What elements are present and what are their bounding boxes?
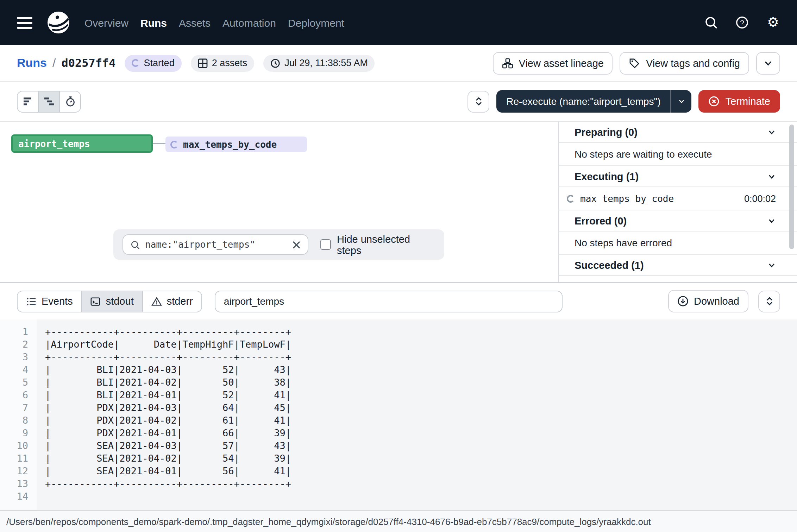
header-more-button[interactable] xyxy=(756,52,780,74)
header-actions: View asset lineage View tags and config xyxy=(493,52,780,74)
gantt-step-airport-temps[interactable]: airport_temps xyxy=(11,134,153,153)
top-nav: Overview Runs Assets Automation Deployme… xyxy=(0,0,797,45)
terminate-button[interactable]: Terminate xyxy=(699,90,780,113)
log-line: 2|AirportCode| Date|TempHighF|TempLowF| xyxy=(0,338,797,350)
section-executing-header[interactable]: Executing (1) xyxy=(559,166,797,187)
step-filter-bar: name:"airport_temps" Hide unselected ste… xyxy=(113,229,444,260)
nav-item-assets[interactable]: Assets xyxy=(179,17,211,28)
log-line: 8| PDX|2021-04-02| 61| 41| xyxy=(0,414,797,426)
nav-item-deployment[interactable]: Deployment xyxy=(288,17,344,28)
log-line: 7| PDX|2021-04-03| 64| 45| xyxy=(0,401,797,414)
gantt-timer-view-button[interactable] xyxy=(59,90,81,112)
download-button[interactable]: Download xyxy=(668,290,748,312)
dagster-run-page: Overview Runs Assets Automation Deployme… xyxy=(0,0,797,532)
expand-logs-button[interactable] xyxy=(758,290,780,312)
expand-panel-button[interactable] xyxy=(467,90,489,112)
grid-icon xyxy=(198,58,208,68)
gantt-waterfall-view-button[interactable] xyxy=(38,90,60,112)
log-actions: Download xyxy=(668,290,780,312)
breadcrumb-runs-link[interactable]: Runs xyxy=(17,56,47,70)
sidebar-scrollbar[interactable] xyxy=(789,125,794,249)
terminal-icon xyxy=(90,296,101,306)
log-line: 12| SEA|2021-04-01| 56| 41| xyxy=(0,464,797,477)
chevron-down-icon xyxy=(767,172,776,180)
up-down-chevrons-icon xyxy=(473,96,483,106)
up-down-chevrons-icon xyxy=(764,296,774,306)
log-line: 11| SEA|2021-04-02| 54| 39| xyxy=(0,452,797,464)
nav-item-automation[interactable]: Automation xyxy=(222,17,276,28)
section-succeeded-header[interactable]: Succeeded (1) xyxy=(559,255,797,276)
assets-badge[interactable]: 2 assets xyxy=(191,55,255,71)
search-icon xyxy=(130,240,140,249)
toolbar-actions: Re-execute (name:"airport_temps") Termin… xyxy=(467,90,780,113)
log-line: 5| BLI|2021-04-02| 50| 38| xyxy=(0,376,797,388)
chevron-down-icon xyxy=(763,58,773,68)
log-filter-input[interactable]: airport_temps xyxy=(215,290,563,312)
clock-icon xyxy=(270,58,280,68)
executing-spinner-icon xyxy=(567,195,575,202)
stopwatch-icon xyxy=(64,96,76,107)
run-id: d0257ff4 xyxy=(61,56,115,70)
reexecute-dropdown-button[interactable] xyxy=(671,90,692,113)
flat-bars-icon xyxy=(22,96,33,107)
svg-text:?: ? xyxy=(740,19,744,27)
gear-icon[interactable]: ⚙ xyxy=(766,15,780,30)
warning-triangle-icon xyxy=(151,296,162,306)
download-icon xyxy=(677,296,688,307)
chevron-down-icon xyxy=(767,128,776,136)
dagster-logo-icon[interactable] xyxy=(45,9,72,36)
log-line: 9| PDX|2021-04-01| 66| 39| xyxy=(0,426,797,439)
hide-unselected-checkbox[interactable] xyxy=(320,239,331,250)
tab-stdout[interactable]: stdout xyxy=(81,290,143,312)
log-line: 13+-----------+----------+---------+----… xyxy=(0,477,797,490)
chevron-down-icon xyxy=(767,261,776,269)
lineage-icon xyxy=(502,57,513,69)
log-file-path-bar: /Users/ben/repos/components_demo/spark-d… xyxy=(0,510,797,532)
section-errored-header[interactable]: Errored (0) xyxy=(559,210,797,232)
running-spinner-icon xyxy=(170,140,178,148)
executing-step-row[interactable]: max_temps_by_code 0:00:02 xyxy=(559,187,797,210)
tab-events[interactable]: Events xyxy=(17,290,82,312)
nav-item-runs[interactable]: Runs xyxy=(140,17,167,28)
log-panel: Events stdout stderr airport_temps Downl… xyxy=(0,282,797,510)
log-line: 1+-----------+----------+---------+-----… xyxy=(0,325,797,338)
step-filter-value: name:"airport_temps" xyxy=(145,239,287,250)
run-toolbar: Re-execute (name:"airport_temps") Termin… xyxy=(0,82,797,122)
tab-stderr[interactable]: stderr xyxy=(142,290,202,312)
help-icon[interactable]: ? xyxy=(735,15,749,30)
log-line: 4| BLI|2021-04-03| 52| 43| xyxy=(0,363,797,376)
nav-links: Overview Runs Assets Automation Deployme… xyxy=(84,17,344,28)
view-tags-config-button[interactable]: View tags and config xyxy=(620,52,749,74)
run-steps-sidebar: Preparing (0) No steps are waiting to ex… xyxy=(558,122,797,282)
section-preparing-header[interactable]: Preparing (0) xyxy=(559,122,797,143)
log-toolbar: Events stdout stderr airport_temps Downl… xyxy=(0,283,797,319)
log-file-path: /Users/ben/repos/components_demo/spark-d… xyxy=(6,516,651,527)
run-header: Runs / d0257ff4 Started 2 assets Jul 29,… xyxy=(0,45,797,82)
tag-icon xyxy=(629,57,640,69)
reexecute-button[interactable]: Re-execute (name:"airport_temps") xyxy=(496,90,692,113)
gantt-canvas: airport_temps max_temps_by_code name:"ai… xyxy=(0,122,558,282)
event-list-icon xyxy=(26,296,37,306)
step-elapsed-time: 0:00:02 xyxy=(744,193,776,204)
waterfall-bars-icon xyxy=(43,96,55,107)
clear-filter-icon[interactable] xyxy=(292,240,300,249)
log-line: 6| BLI|2021-04-01| 52| 41| xyxy=(0,388,797,401)
errored-empty-text: No steps have errored xyxy=(559,232,797,255)
log-line: 10| SEA|2021-04-03| 57| 43| xyxy=(0,439,797,452)
log-line: 14 xyxy=(0,490,797,502)
gantt-step-max-temps-by-code[interactable]: max_temps_by_code xyxy=(165,137,307,152)
step-connector-line xyxy=(153,143,165,144)
chevron-down-icon xyxy=(767,216,776,225)
log-line: 3+-----------+----------+---------+-----… xyxy=(0,350,797,363)
step-filter-input[interactable]: name:"airport_temps" xyxy=(123,234,308,255)
menu-icon[interactable] xyxy=(17,17,32,28)
breadcrumb-separator: / xyxy=(52,56,56,70)
gantt-flat-view-button[interactable] xyxy=(17,90,39,112)
view-asset-lineage-button[interactable]: View asset lineage xyxy=(493,52,613,74)
nav-item-overview[interactable]: Overview xyxy=(84,17,128,28)
log-tab-group: Events stdout stderr xyxy=(17,290,202,312)
preparing-empty-text: No steps are waiting to execute xyxy=(559,143,797,166)
caret-down-icon xyxy=(677,97,686,106)
stdout-log-content: 1+-----------+----------+---------+-----… xyxy=(0,319,797,511)
search-icon[interactable] xyxy=(704,15,718,30)
